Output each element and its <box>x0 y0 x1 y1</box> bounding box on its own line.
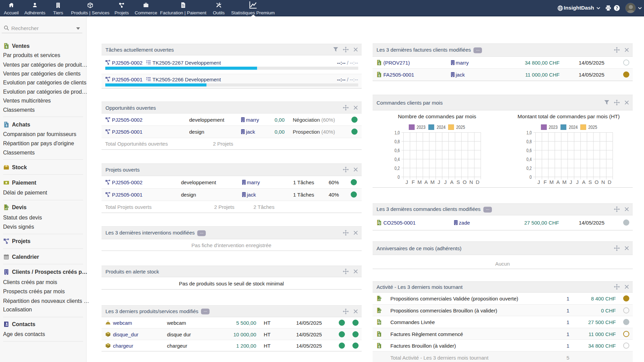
svg-text:J: J <box>537 179 540 185</box>
svg-text:J: J <box>569 179 572 185</box>
svg-text:F: F <box>544 179 547 185</box>
svg-text:0: 0 <box>529 174 532 179</box>
svg-text:2025: 2025 <box>588 124 597 130</box>
svg-text:0,4: 0,4 <box>394 156 400 162</box>
svg-text:0: 0 <box>398 174 400 179</box>
svg-text:M: M <box>430 179 435 185</box>
svg-text:F: F <box>412 179 415 185</box>
svg-text:J: J <box>405 179 408 185</box>
svg-text:Montant total de commandes par: Montant total de commandes par mois (HT) <box>518 113 620 119</box>
svg-text:N: N <box>601 179 605 185</box>
svg-text:2023: 2023 <box>549 124 558 130</box>
svg-text:0,4: 0,4 <box>526 156 532 162</box>
svg-text:S: S <box>588 179 592 185</box>
svg-text:2025: 2025 <box>456 124 465 130</box>
svg-text:D: D <box>475 179 479 185</box>
svg-text:N: N <box>469 179 473 185</box>
svg-text:D: D <box>607 179 611 185</box>
svg-text:0,2: 0,2 <box>394 165 400 171</box>
svg-text:2024: 2024 <box>437 124 445 130</box>
svg-text:1,0: 1,0 <box>526 130 532 135</box>
svg-text:M: M <box>562 179 567 185</box>
svg-text:0,6: 0,6 <box>394 147 400 153</box>
svg-text:J: J <box>438 179 440 185</box>
svg-text:1,0: 1,0 <box>394 130 400 135</box>
svg-text:M: M <box>417 179 422 185</box>
svg-text:0,8: 0,8 <box>526 138 532 144</box>
svg-text:J: J <box>444 179 447 185</box>
svg-text:A: A <box>556 179 560 185</box>
svg-text:2024: 2024 <box>569 124 578 130</box>
svg-text:J: J <box>576 179 579 185</box>
svg-text:2023: 2023 <box>416 124 425 130</box>
svg-text:A: A <box>450 179 453 185</box>
svg-text:M: M <box>549 179 554 185</box>
svg-text:A: A <box>582 179 585 185</box>
svg-text:O: O <box>594 179 599 185</box>
svg-text:Nombre de commandes par mois: Nombre de commandes par mois <box>398 113 476 119</box>
svg-text:O: O <box>462 179 467 185</box>
svg-text:A: A <box>424 179 428 185</box>
svg-text:0,2: 0,2 <box>526 165 532 171</box>
svg-text:0,6: 0,6 <box>526 147 532 153</box>
svg-text:S: S <box>456 179 460 185</box>
svg-text:0,8: 0,8 <box>394 138 400 144</box>
